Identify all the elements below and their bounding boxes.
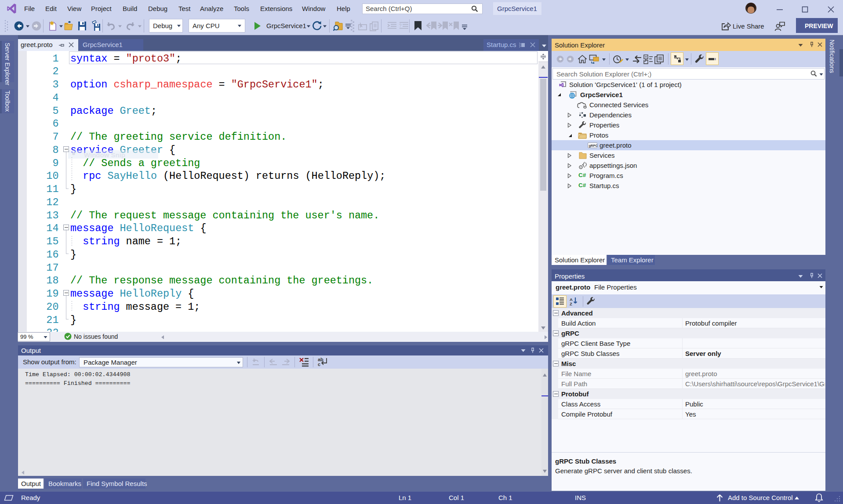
svg-text:?: ? — [399, 23, 402, 28]
svg-text:Z: Z — [570, 301, 572, 306]
svg-text:c: c — [318, 362, 320, 367]
